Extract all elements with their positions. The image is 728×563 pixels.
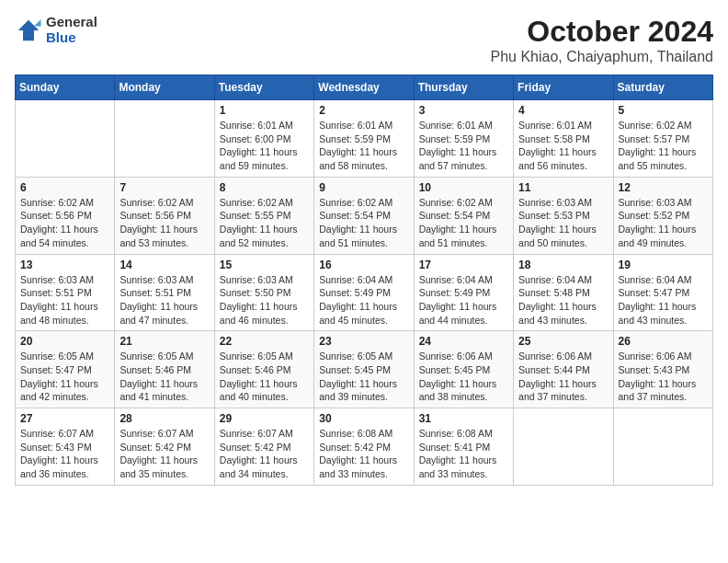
day-info: Sunrise: 6:02 AMSunset: 5:57 PMDaylight:… (619, 119, 708, 173)
day-number: 18 (518, 259, 608, 271)
day-info: Sunrise: 6:07 AMSunset: 5:42 PMDaylight:… (220, 427, 309, 481)
day-number: 30 (319, 412, 408, 425)
calendar-cell: 1Sunrise: 6:01 AMSunset: 6:00 PMDaylight… (214, 100, 313, 178)
day-info: Sunrise: 6:03 AMSunset: 5:50 PMDaylight:… (220, 273, 309, 327)
day-info: Sunrise: 6:02 AMSunset: 5:54 PMDaylight:… (419, 196, 508, 250)
day-number: 26 (619, 335, 708, 348)
day-number: 6 (20, 181, 109, 194)
day-number: 23 (319, 335, 408, 348)
calendar-cell: 13Sunrise: 6:03 AMSunset: 5:51 PMDayligh… (16, 254, 115, 331)
day-info: Sunrise: 6:05 AMSunset: 5:46 PMDaylight:… (220, 350, 309, 404)
day-header-monday: Monday (115, 75, 214, 100)
day-number: 21 (119, 335, 209, 348)
calendar-cell (613, 408, 712, 486)
day-info: Sunrise: 6:05 AMSunset: 5:46 PMDaylight:… (119, 350, 209, 404)
calendar-cell: 30Sunrise: 6:08 AMSunset: 5:42 PMDayligh… (314, 408, 414, 486)
calendar-cell: 20Sunrise: 6:05 AMSunset: 5:47 PMDayligh… (16, 331, 115, 408)
calendar-cell: 24Sunrise: 6:06 AMSunset: 5:45 PMDayligh… (414, 331, 513, 408)
day-info: Sunrise: 6:02 AMSunset: 5:55 PMDaylight:… (220, 196, 309, 250)
day-number: 2 (319, 104, 408, 117)
day-info: Sunrise: 6:01 AMSunset: 5:59 PMDaylight:… (419, 119, 508, 173)
day-info: Sunrise: 6:02 AMSunset: 5:56 PMDaylight:… (20, 196, 109, 250)
day-info: Sunrise: 6:04 AMSunset: 5:49 PMDaylight:… (319, 273, 408, 327)
calendar-cell: 27Sunrise: 6:07 AMSunset: 5:43 PMDayligh… (16, 408, 115, 486)
day-info: Sunrise: 6:08 AMSunset: 5:41 PMDaylight:… (419, 427, 508, 481)
day-number: 24 (419, 335, 508, 348)
day-info: Sunrise: 6:03 AMSunset: 5:51 PMDaylight:… (20, 273, 109, 327)
day-number: 17 (419, 259, 508, 271)
day-header-sunday: Sunday (16, 75, 115, 100)
day-info: Sunrise: 6:06 AMSunset: 5:43 PMDaylight:… (619, 350, 708, 404)
day-number: 4 (518, 104, 608, 117)
calendar-cell (115, 100, 214, 178)
day-number: 29 (220, 412, 309, 425)
day-number: 1 (220, 104, 309, 117)
week-row-5: 27Sunrise: 6:07 AMSunset: 5:43 PMDayligh… (16, 408, 713, 486)
calendar-cell: 12Sunrise: 6:03 AMSunset: 5:52 PMDayligh… (613, 177, 712, 254)
day-number: 14 (119, 259, 209, 271)
day-number: 25 (518, 335, 608, 348)
calendar-cell: 9Sunrise: 6:02 AMSunset: 5:54 PMDaylight… (314, 177, 414, 254)
day-info: Sunrise: 6:01 AMSunset: 6:00 PMDaylight:… (220, 119, 309, 173)
calendar-cell: 15Sunrise: 6:03 AMSunset: 5:50 PMDayligh… (214, 254, 313, 331)
day-number: 13 (20, 259, 109, 271)
day-info: Sunrise: 6:03 AMSunset: 5:51 PMDaylight:… (119, 273, 209, 327)
day-header-thursday: Thursday (414, 75, 513, 100)
day-info: Sunrise: 6:07 AMSunset: 5:43 PMDaylight:… (20, 427, 109, 481)
day-info: Sunrise: 6:06 AMSunset: 5:44 PMDaylight:… (518, 350, 608, 404)
calendar-cell: 5Sunrise: 6:02 AMSunset: 5:57 PMDaylight… (613, 100, 712, 178)
title-area: October 2024 Phu Khiao, Chaiyaphum, Thai… (490, 15, 713, 65)
day-header-saturday: Saturday (613, 75, 712, 100)
svg-marker-1 (34, 19, 41, 27)
day-number: 31 (419, 412, 508, 425)
week-row-1: 1Sunrise: 6:01 AMSunset: 6:00 PMDaylight… (16, 100, 713, 178)
calendar-cell: 4Sunrise: 6:01 AMSunset: 5:58 PMDaylight… (514, 100, 613, 178)
location-title: Phu Khiao, Chaiyaphum, Thailand (490, 49, 713, 65)
day-number: 7 (119, 181, 209, 194)
calendar-cell: 14Sunrise: 6:03 AMSunset: 5:51 PMDayligh… (115, 254, 214, 331)
day-header-row: SundayMondayTuesdayWednesdayThursdayFrid… (16, 75, 713, 100)
day-number: 19 (619, 259, 708, 271)
calendar-cell: 22Sunrise: 6:05 AMSunset: 5:46 PMDayligh… (214, 331, 313, 408)
week-row-2: 6Sunrise: 6:02 AMSunset: 5:56 PMDaylight… (16, 177, 713, 254)
calendar-cell: 16Sunrise: 6:04 AMSunset: 5:49 PMDayligh… (314, 254, 414, 331)
day-info: Sunrise: 6:01 AMSunset: 5:59 PMDaylight:… (319, 119, 408, 173)
calendar-cell: 19Sunrise: 6:04 AMSunset: 5:47 PMDayligh… (613, 254, 712, 331)
day-number: 28 (119, 412, 209, 425)
header: General Blue October 2024 Phu Khiao, Cha… (15, 15, 713, 65)
calendar-cell: 23Sunrise: 6:05 AMSunset: 5:45 PMDayligh… (314, 331, 414, 408)
logo-blue-label: Blue (46, 30, 97, 46)
day-info: Sunrise: 6:04 AMSunset: 5:49 PMDaylight:… (419, 273, 508, 327)
day-info: Sunrise: 6:05 AMSunset: 5:45 PMDaylight:… (319, 350, 408, 404)
logo: General Blue (15, 15, 97, 45)
calendar-cell: 26Sunrise: 6:06 AMSunset: 5:43 PMDayligh… (613, 331, 712, 408)
day-info: Sunrise: 6:04 AMSunset: 5:47 PMDaylight:… (619, 273, 708, 327)
day-number: 11 (518, 181, 608, 194)
day-number: 12 (619, 181, 708, 194)
day-info: Sunrise: 6:03 AMSunset: 5:52 PMDaylight:… (619, 196, 708, 250)
calendar-cell: 3Sunrise: 6:01 AMSunset: 5:59 PMDaylight… (414, 100, 513, 178)
day-info: Sunrise: 6:02 AMSunset: 5:56 PMDaylight:… (119, 196, 209, 250)
day-number: 27 (20, 412, 109, 425)
day-number: 10 (419, 181, 508, 194)
calendar-cell: 29Sunrise: 6:07 AMSunset: 5:42 PMDayligh… (214, 408, 313, 486)
month-title: October 2024 (490, 15, 713, 49)
day-info: Sunrise: 6:07 AMSunset: 5:42 PMDaylight:… (119, 427, 209, 481)
week-row-3: 13Sunrise: 6:03 AMSunset: 5:51 PMDayligh… (16, 254, 713, 331)
day-number: 15 (220, 259, 309, 271)
calendar-cell (514, 408, 613, 486)
calendar-cell: 8Sunrise: 6:02 AMSunset: 5:55 PMDaylight… (214, 177, 313, 254)
day-number: 16 (319, 259, 408, 271)
calendar-cell (16, 100, 115, 178)
calendar-cell: 25Sunrise: 6:06 AMSunset: 5:44 PMDayligh… (514, 331, 613, 408)
day-info: Sunrise: 6:03 AMSunset: 5:53 PMDaylight:… (518, 196, 608, 250)
day-info: Sunrise: 6:04 AMSunset: 5:48 PMDaylight:… (518, 273, 608, 327)
calendar-table: SundayMondayTuesdayWednesdayThursdayFrid… (15, 75, 713, 486)
day-info: Sunrise: 6:05 AMSunset: 5:47 PMDaylight:… (20, 350, 109, 404)
day-header-wednesday: Wednesday (314, 75, 414, 100)
day-info: Sunrise: 6:06 AMSunset: 5:45 PMDaylight:… (419, 350, 508, 404)
calendar-cell: 17Sunrise: 6:04 AMSunset: 5:49 PMDayligh… (414, 254, 513, 331)
week-row-4: 20Sunrise: 6:05 AMSunset: 5:47 PMDayligh… (16, 331, 713, 408)
logo-general-label: General (46, 15, 97, 30)
day-number: 20 (20, 335, 109, 348)
